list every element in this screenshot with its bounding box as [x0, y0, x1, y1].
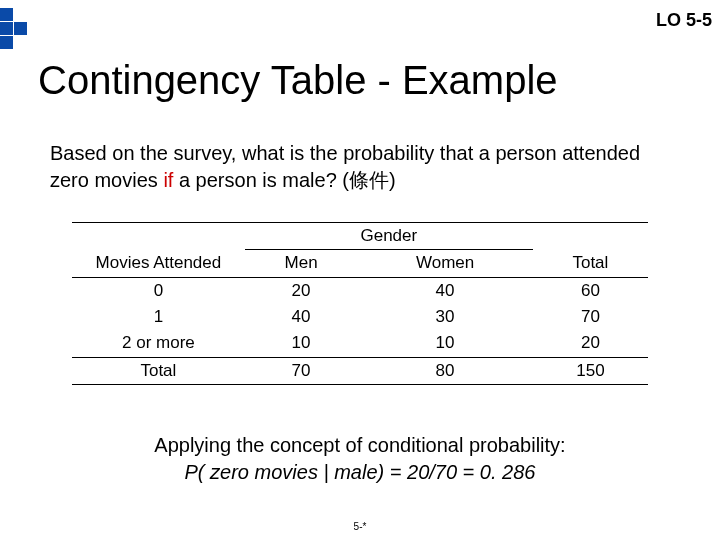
- col-header-women: Women: [357, 250, 532, 278]
- table-total-row: Total 70 80 150: [72, 358, 648, 385]
- solution-formula: P( zero movies | male) = 20/70 = 0. 286: [0, 459, 720, 486]
- cell-women: 30: [357, 304, 532, 330]
- table-row: 0 20 40 60: [72, 278, 648, 305]
- cell-women: 40: [357, 278, 532, 305]
- contingency-table: Gender Movies Attended Men Women Total 0…: [72, 222, 648, 385]
- cell-total: 20: [533, 330, 648, 358]
- col-header-men: Men: [245, 250, 358, 278]
- question-part2: a person is male? (條件): [173, 169, 395, 191]
- solution-text: Applying the concept of conditional prob…: [0, 432, 720, 486]
- total-men: 70: [245, 358, 358, 385]
- solution-line1: Applying the concept of conditional prob…: [0, 432, 720, 459]
- table-row: 1 40 30 70: [72, 304, 648, 330]
- learning-objective-label: LO 5-5: [656, 10, 712, 31]
- col-header-total: Total: [533, 250, 648, 278]
- svg-rect-0: [0, 8, 13, 21]
- row-label: 1: [72, 304, 245, 330]
- brand-logo: [0, 8, 42, 50]
- question-text: Based on the survey, what is the probabi…: [50, 140, 670, 194]
- row-label: 0: [72, 278, 245, 305]
- total-all: 150: [533, 358, 648, 385]
- total-row-label: Total: [72, 358, 245, 385]
- cell-men: 40: [245, 304, 358, 330]
- cell-total: 70: [533, 304, 648, 330]
- cell-women: 10: [357, 330, 532, 358]
- svg-rect-2: [0, 22, 13, 35]
- question-if-highlight: if: [163, 169, 173, 191]
- table-row: 2 or more 10 10 20: [72, 330, 648, 358]
- total-women: 80: [357, 358, 532, 385]
- col-header-movies: Movies Attended: [72, 250, 245, 278]
- cell-men: 20: [245, 278, 358, 305]
- svg-rect-3: [0, 36, 13, 49]
- svg-rect-1: [14, 22, 27, 35]
- cell-total: 60: [533, 278, 648, 305]
- gender-header: Gender: [245, 223, 533, 250]
- row-label: 2 or more: [72, 330, 245, 358]
- slide-title: Contingency Table - Example: [38, 58, 558, 103]
- cell-men: 10: [245, 330, 358, 358]
- page-number: 5-*: [0, 521, 720, 532]
